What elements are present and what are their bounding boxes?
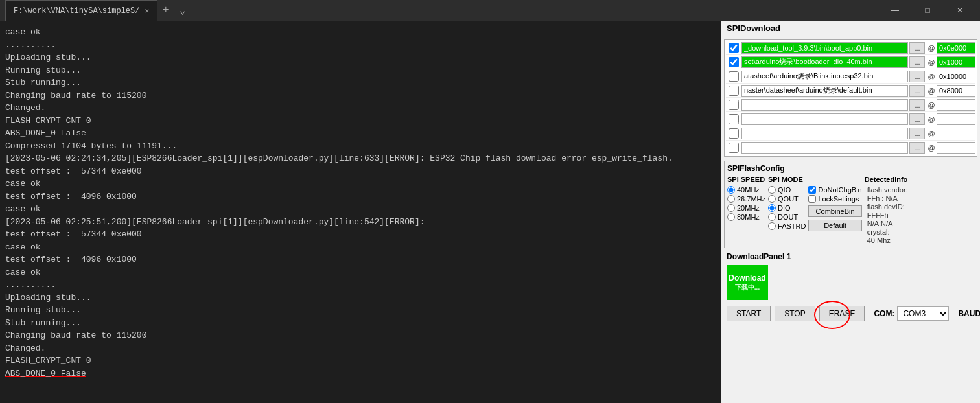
speed-40mhz-label: 40MHz [737,186,760,194]
file-path-input[interactable] [741,99,908,111]
file-row: ...@ [726,41,975,55]
file-browse-button[interactable]: ... [909,142,925,154]
file-address-input[interactable] [937,128,975,139]
file-path-input[interactable] [741,71,908,82]
mode-fastrd[interactable]: FASTRD [768,222,806,230]
speed-80mhz-radio[interactable] [727,213,735,221]
file-path-input[interactable] [741,56,908,68]
mode-qio[interactable]: QIO [768,186,806,194]
download-button[interactable]: Download 下载中... [727,265,768,300]
spi-mode-col: SPI MODE QIO QOUT DIO D [768,176,806,245]
flash-config: SPIFlashConfig SPI SPEED 40MHz 26.7MHz [724,161,977,248]
mode-dio[interactable]: DIO [768,204,806,212]
file-row: ...@ [726,55,975,69]
speed-40mhz[interactable]: 40MHz [727,186,765,194]
speed-267mhz[interactable]: 26.7MHz [727,195,765,203]
speed-267mhz-radio[interactable] [727,195,735,203]
terminal-line: ABS_DONE_0 False [5,367,716,380]
file-browse-button[interactable]: ... [909,42,925,54]
file-address-input[interactable] [937,113,975,125]
stop-button[interactable]: STOP [775,306,815,321]
main-content: case ok..........Uploading stub...Runnin… [0,21,980,403]
detected-info-line: crystal: [867,228,908,236]
terminal-line: .......... [5,279,716,292]
file-path-input[interactable] [741,42,908,54]
mode-qout-radio[interactable] [768,195,776,203]
file-address-input[interactable] [937,71,975,82]
terminal-line: case ok [5,241,716,254]
erase-button[interactable]: ERASE [819,306,865,321]
speed-80mhz-label: 80MHz [737,213,760,221]
file-path-input[interactable] [741,113,908,125]
active-tab[interactable]: F:\work\VNA\tinySA\simpleS/ ✕ [5,0,158,21]
close-button[interactable]: ✕ [945,0,975,21]
com-row: COM: COM1COM2COM3COM4 [874,306,949,321]
tab-label: F:\work\VNA\tinySA\simpleS/ [14,6,139,16]
download-sub-label: 下载中... [735,283,760,292]
spi-mode-label: SPI MODE [768,176,806,183]
file-address-input[interactable] [937,99,975,111]
file-checkbox[interactable] [729,100,739,110]
mode-qout[interactable]: QOUT [768,195,806,203]
minimize-button[interactable]: — [880,0,910,21]
config-buttons: CombineBin Default [808,205,861,231]
terminal-pane[interactable]: case ok..........Uploading stub...Runnin… [0,21,721,403]
file-checkbox[interactable] [729,143,739,153]
file-path-input[interactable] [741,128,908,139]
detected-info-line: 40 Mhz [867,236,908,244]
speed-267mhz-label: 26.7MHz [737,195,765,203]
file-browse-button[interactable]: ... [909,71,925,82]
mode-dout[interactable]: DOUT [768,213,806,221]
file-checkbox[interactable] [729,71,739,82]
file-address-input[interactable] [937,85,975,97]
do-not-chg-bin-checkbox[interactable] [808,186,816,194]
mode-dio-radio[interactable] [768,204,776,212]
detected-info-line: N/A;N/A [867,220,908,227]
file-checkbox[interactable] [729,43,739,53]
mode-qio-radio[interactable] [768,186,776,194]
file-checkbox[interactable] [729,114,739,124]
do-not-chg-bin-row[interactable]: DoNotChgBin [808,186,861,194]
terminal-line: [2023-05-06 02:24:34,205][ESP8266Loader_… [5,152,716,165]
new-tab-button[interactable]: + [158,5,174,16]
mode-dout-radio[interactable] [768,213,776,221]
file-browse-button[interactable]: ... [909,113,925,125]
tab-dropdown-icon[interactable]: ⌄ [174,4,191,17]
file-address-input[interactable] [937,42,975,54]
file-checkbox[interactable] [729,128,739,139]
lock-settings-checkbox[interactable] [808,195,816,203]
terminal-line: [2023-05-06 02:25:51,200][ESP8266Loader_… [5,216,716,229]
maximize-button[interactable]: □ [913,0,942,21]
speed-80mhz[interactable]: 80MHz [727,213,765,221]
terminal-line: Changing baud rate to 115200 [5,329,716,342]
mode-qout-label: QOUT [778,195,799,203]
speed-20mhz-radio[interactable] [727,204,735,212]
terminal-line: case ok [5,26,716,39]
file-browse-button[interactable]: ... [909,56,925,68]
file-address-input[interactable] [937,142,975,154]
file-checkbox[interactable] [729,57,739,67]
tab-close-icon[interactable]: ✕ [145,6,149,15]
lock-settings-row[interactable]: LockSettings [808,195,861,203]
speed-20mhz[interactable]: 20MHz [727,204,765,212]
start-button[interactable]: START [727,306,771,321]
file-address-input[interactable] [937,56,975,68]
do-not-chg-bin-label: DoNotChgBin [818,186,861,194]
speed-40mhz-radio[interactable] [727,186,735,194]
com-select[interactable]: COM1COM2COM3COM4 [897,306,949,321]
file-browse-button[interactable]: ... [909,128,925,139]
file-at-symbol: @ [926,130,937,137]
flash-config-header: SPIFlashConfig [727,164,974,173]
file-path-input[interactable] [741,142,908,154]
default-button[interactable]: Default [808,220,861,231]
baud-label: BAUD: [958,309,980,318]
mode-fastrd-radio[interactable] [768,222,776,230]
file-at-symbol: @ [926,87,937,95]
detected-info-line: flash vendor: [867,186,908,194]
file-checkbox[interactable] [729,86,739,96]
combine-bin-button[interactable]: CombineBin [808,205,861,217]
file-browse-button[interactable]: ... [909,99,925,111]
file-path-input[interactable] [741,85,908,97]
spi-download-header: SPIDownload [721,21,980,36]
file-browse-button[interactable]: ... [909,85,925,97]
